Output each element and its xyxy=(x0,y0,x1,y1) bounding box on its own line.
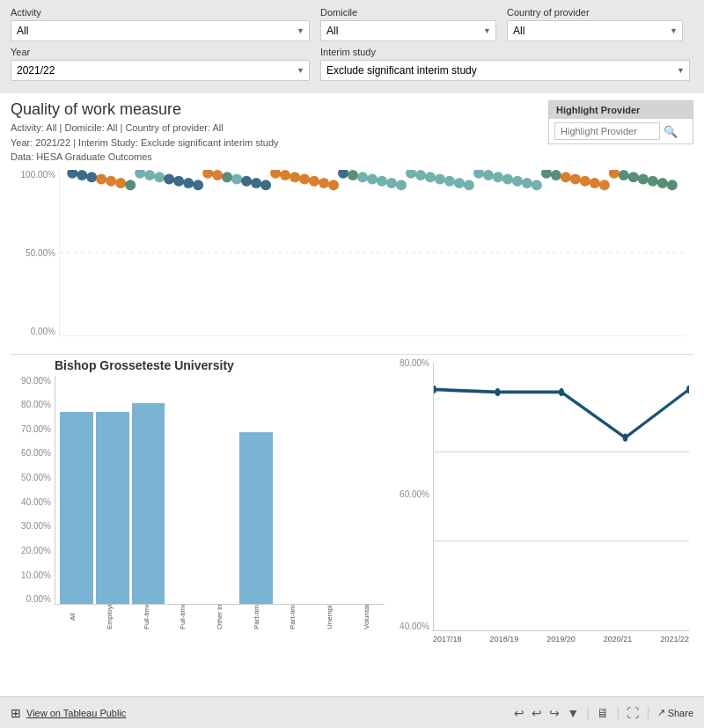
expand-icon[interactable]: ⛶ xyxy=(627,706,639,720)
line-y-60: 60.00% xyxy=(400,489,429,499)
domicile-select-wrapper: All xyxy=(320,20,496,41)
activity-label: Activity xyxy=(11,7,310,18)
separator1: | xyxy=(586,705,590,721)
svg-point-37 xyxy=(415,170,426,180)
year-select[interactable]: 2021/22 xyxy=(11,60,310,81)
bar-chart-section: Bishop Grosseteste University 90.00% 80.… xyxy=(11,358,389,658)
domicile-select[interactable]: All xyxy=(320,20,496,41)
domicile-label: Domicile xyxy=(320,7,496,18)
country-select[interactable]: All xyxy=(507,20,683,41)
line-x-2018: 2018/19 xyxy=(490,635,519,643)
svg-point-22 xyxy=(270,170,281,179)
line-x-2017: 2017/18 xyxy=(433,635,462,643)
bar-y-10: 10.00% xyxy=(21,570,51,580)
highlight-search-button[interactable]: 🔍 xyxy=(664,125,678,138)
bar-label-text-2: Full-time employment xyxy=(143,605,150,629)
svg-point-10 xyxy=(154,172,165,182)
svg-point-19 xyxy=(241,175,252,186)
bar-wrapper-7 xyxy=(311,376,344,604)
line-chart-area xyxy=(433,363,689,631)
undo2-icon[interactable]: ↩ xyxy=(532,706,542,720)
highlight-provider-input[interactable] xyxy=(554,122,660,140)
bar-2[interactable] xyxy=(132,403,165,604)
svg-point-8 xyxy=(135,170,145,179)
bar-wrapper-6 xyxy=(275,376,309,604)
interim-select[interactable]: Exclude significant interim study xyxy=(320,60,690,81)
svg-point-67 xyxy=(495,387,501,395)
svg-point-46 xyxy=(502,173,513,184)
quality-line3: Data: HESA Graduate Outcomes xyxy=(11,150,693,165)
svg-point-66 xyxy=(434,385,436,393)
footer: ⊞ View on Tableau Public ↩ ↩ ↪ ▼ | 🖥 | ⛶… xyxy=(0,696,704,728)
svg-point-17 xyxy=(222,172,232,182)
svg-point-15 xyxy=(202,170,213,179)
bar-chart-area xyxy=(55,376,385,605)
svg-point-7 xyxy=(125,180,136,190)
share-button[interactable]: ↗ Share xyxy=(657,707,693,718)
svg-point-9 xyxy=(144,170,155,180)
tableau-public-link[interactable]: View on Tableau Public xyxy=(26,708,126,718)
domicile-filter-group: Domicile All xyxy=(320,7,496,41)
filters-section: Activity All Domicile All Country of pro… xyxy=(0,0,704,93)
tableau-grid-icon: ⊞ xyxy=(11,706,21,720)
redo-icon[interactable]: ↪ xyxy=(549,706,560,720)
share-label: Share xyxy=(668,708,693,718)
line-y-80: 80.00% xyxy=(400,358,429,368)
undo-icon[interactable]: ↩ xyxy=(514,706,524,720)
bar-y-50: 50.00% xyxy=(21,473,51,482)
bottom-section: Bishop Grosseteste University 90.00% 80.… xyxy=(11,358,693,658)
svg-point-14 xyxy=(193,180,203,190)
line-x-2020: 2020/21 xyxy=(604,635,633,643)
bar-label-0: All xyxy=(55,605,92,631)
highlight-box-title: Highlight Provider xyxy=(549,101,693,119)
svg-point-52 xyxy=(561,172,571,182)
filters-row-2: Year 2021/22 Interim study Exclude signi… xyxy=(11,47,693,81)
svg-point-48 xyxy=(522,178,532,188)
bar-label-text-4: Other including travel, caring for someo… xyxy=(216,605,224,629)
scatter-section: 100.00% 50.00% 0.00% xyxy=(11,170,693,355)
bar-label-text-6: Part-time further study xyxy=(289,605,297,629)
svg-point-44 xyxy=(483,170,494,180)
bar-5[interactable] xyxy=(239,432,273,603)
svg-point-47 xyxy=(512,175,523,186)
interim-filter-group: Interim study Exclude significant interi… xyxy=(320,47,690,81)
highlight-provider-box: Highlight Provider 🔍 xyxy=(548,100,693,144)
bar-wrapper-8 xyxy=(347,376,380,604)
footer-left: ⊞ View on Tableau Public xyxy=(11,706,126,720)
svg-point-58 xyxy=(619,170,629,180)
bar-wrapper-0 xyxy=(60,376,93,604)
bar-0[interactable] xyxy=(60,412,93,604)
svg-point-11 xyxy=(164,173,174,184)
bar-y-90: 90.00% xyxy=(21,376,51,386)
svg-point-16 xyxy=(212,170,223,180)
bar-y-40: 40.00% xyxy=(21,497,51,507)
monitor-icon[interactable]: 🖥 xyxy=(597,706,609,720)
redo-arrow-icon[interactable]: ▼ xyxy=(567,706,579,720)
svg-point-34 xyxy=(386,178,397,188)
bar-label-text-3: Full-time further study xyxy=(179,605,187,629)
bar-1[interactable] xyxy=(96,412,129,604)
line-svg xyxy=(434,363,689,630)
bar-y-20: 20.00% xyxy=(21,546,51,555)
svg-point-1 xyxy=(67,170,77,179)
highlight-input-wrapper: 🔍 xyxy=(549,119,693,143)
svg-point-62 xyxy=(657,178,668,188)
svg-point-25 xyxy=(299,173,310,184)
bar-y-80: 80.00% xyxy=(21,400,51,409)
line-y-axis: 80.00% 60.00% 40.00% xyxy=(389,358,433,631)
svg-point-42 xyxy=(464,180,474,190)
svg-point-23 xyxy=(280,170,290,180)
svg-point-12 xyxy=(173,175,184,186)
svg-point-30 xyxy=(348,170,358,180)
bar-label-text-7: Unemployed xyxy=(326,605,334,629)
svg-point-45 xyxy=(493,172,503,182)
activity-select[interactable]: All xyxy=(11,20,310,41)
svg-point-51 xyxy=(551,170,561,180)
svg-point-53 xyxy=(570,173,581,184)
svg-point-2 xyxy=(77,170,87,180)
svg-point-54 xyxy=(580,175,590,186)
svg-point-56 xyxy=(599,180,610,190)
svg-point-38 xyxy=(425,172,436,182)
bar-label-7: Unemployed xyxy=(312,605,348,631)
footer-right: ↩ ↩ ↪ ▼ | 🖥 | ⛶ | ↗ Share xyxy=(514,705,693,721)
